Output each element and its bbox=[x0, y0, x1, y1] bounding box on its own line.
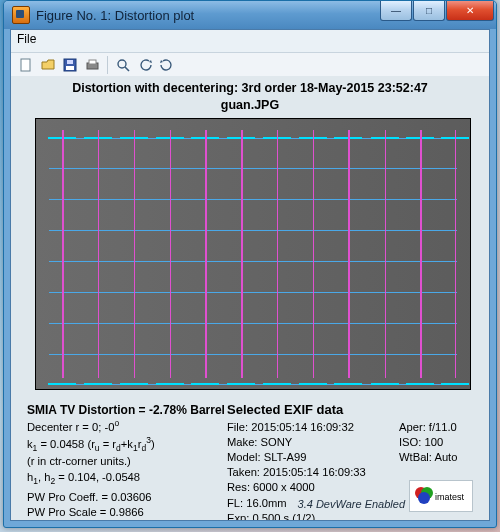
exif-exp: Exp: 0.500 s (1/2) bbox=[227, 511, 397, 520]
exif-make: Make: SONY bbox=[227, 435, 397, 450]
highlight-tick bbox=[371, 383, 399, 385]
h-values: h1, h2 = 0.104, -0.0548 bbox=[27, 470, 207, 488]
save-icon[interactable] bbox=[60, 55, 80, 75]
svg-point-6 bbox=[118, 60, 126, 68]
rotate-left-icon[interactable] bbox=[135, 55, 155, 75]
horizontal-grid-line bbox=[49, 354, 457, 356]
k1: k1 = 0.0458 (ru = rd+k1rd3) bbox=[27, 435, 207, 454]
exif-model: Model: SLT-A99 bbox=[227, 450, 397, 465]
vertical-grid-line bbox=[205, 130, 207, 378]
titlebar[interactable]: Figure No. 1: Distortion plot — □ ✕ bbox=[4, 1, 496, 29]
info-panel: SMIA TV Distortion = -2.78% Barrel Decen… bbox=[27, 402, 475, 514]
svg-text:imatest: imatest bbox=[435, 492, 465, 502]
decenter: Decenter r = 0; -0o bbox=[27, 418, 207, 435]
vertical-grid-line bbox=[420, 130, 422, 378]
pw-coeff: PW Pro Coeff. = 0.03606 bbox=[27, 490, 207, 505]
window-controls: — □ ✕ bbox=[379, 1, 494, 21]
svg-rect-3 bbox=[67, 60, 73, 64]
zoom-icon[interactable] bbox=[113, 55, 133, 75]
vertical-grid-line bbox=[277, 130, 279, 378]
figure-title: Distortion with decentering: 3rd order 1… bbox=[11, 80, 489, 114]
devware-label: 3.4 DevWare Enabled bbox=[298, 498, 405, 510]
exif-file: File: 2015:05:14 16:09:32 bbox=[227, 420, 397, 435]
highlight-tick bbox=[441, 383, 469, 385]
iso: ISO: 100 bbox=[399, 435, 489, 450]
pw-scale: PW Pro Scale = 0.9866 bbox=[27, 505, 207, 520]
figure-title-line1: Distortion with decentering: 3rd order 1… bbox=[11, 80, 489, 97]
exif-taken: Taken: 2015:05:14 16:09:33 bbox=[227, 465, 397, 480]
window-title: Figure No. 1: Distortion plot bbox=[36, 8, 194, 23]
right-column: Aper: f/11.0 ISO: 100 WtBal: Auto bbox=[399, 402, 489, 465]
distortion-chart bbox=[35, 118, 471, 390]
horizontal-grid-line bbox=[49, 168, 457, 170]
toolbar-separator bbox=[107, 56, 108, 74]
vertical-grid-line bbox=[455, 130, 457, 378]
highlight-tick bbox=[156, 383, 184, 385]
highlight-tick bbox=[48, 383, 76, 385]
results-column: SMIA TV Distortion = -2.78% Barrel Decen… bbox=[27, 402, 207, 520]
highlight-tick bbox=[299, 383, 327, 385]
vertical-grid-line bbox=[134, 130, 136, 378]
menubar: File bbox=[11, 30, 489, 52]
minimize-button[interactable]: — bbox=[380, 1, 412, 21]
imatest-logo: imatest bbox=[409, 480, 473, 512]
highlight-tick bbox=[227, 383, 255, 385]
toolbar bbox=[11, 52, 489, 78]
new-icon[interactable] bbox=[16, 55, 36, 75]
svg-point-10 bbox=[418, 492, 430, 504]
vertical-grid-line bbox=[62, 130, 64, 378]
vertical-grid-line bbox=[348, 130, 350, 378]
units: (r in ctr-corner units.) bbox=[27, 454, 207, 469]
vertical-grid-line bbox=[241, 130, 243, 378]
grid-background bbox=[36, 119, 470, 389]
aperture: Aper: f/11.0 bbox=[399, 420, 489, 435]
smia-distortion: SMIA TV Distortion = -2.78% Barrel bbox=[27, 402, 207, 418]
svg-rect-2 bbox=[66, 66, 74, 70]
figure-title-line2: guan.JPG bbox=[11, 97, 489, 114]
exif-header: Selected EXIF data bbox=[227, 402, 397, 417]
horizontal-grid-line bbox=[49, 292, 457, 294]
app-icon bbox=[12, 6, 30, 24]
vertical-grid-line bbox=[170, 130, 172, 378]
svg-line-7 bbox=[125, 67, 129, 71]
highlight-tick bbox=[191, 383, 219, 385]
highlight-tick bbox=[263, 383, 291, 385]
print-icon[interactable] bbox=[82, 55, 102, 75]
window-client: File bbox=[10, 29, 490, 521]
svg-rect-5 bbox=[89, 60, 96, 64]
vertical-grid-line bbox=[98, 130, 100, 378]
highlight-tick bbox=[334, 383, 362, 385]
exif-res: Res: 6000 x 4000 bbox=[227, 480, 397, 495]
horizontal-grid-line bbox=[49, 199, 457, 201]
vertical-grid-line bbox=[385, 130, 387, 378]
vertical-grid-line bbox=[313, 130, 315, 378]
menu-file[interactable]: File bbox=[17, 32, 36, 46]
highlight-tick bbox=[406, 383, 434, 385]
horizontal-grid-line bbox=[49, 230, 457, 232]
white-balance: WtBal: Auto bbox=[399, 450, 489, 465]
maximize-button[interactable]: □ bbox=[413, 1, 445, 21]
rotate-right-icon[interactable] bbox=[157, 55, 177, 75]
highlight-tick bbox=[120, 383, 148, 385]
svg-rect-0 bbox=[21, 59, 30, 71]
highlight-tick bbox=[84, 383, 112, 385]
open-icon[interactable] bbox=[38, 55, 58, 75]
figure-content: Distortion with decentering: 3rd order 1… bbox=[11, 76, 489, 520]
figure-window: Figure No. 1: Distortion plot — □ ✕ File bbox=[3, 0, 497, 528]
horizontal-grid-line bbox=[49, 261, 457, 263]
close-button[interactable]: ✕ bbox=[446, 1, 494, 21]
horizontal-grid-line bbox=[49, 323, 457, 325]
